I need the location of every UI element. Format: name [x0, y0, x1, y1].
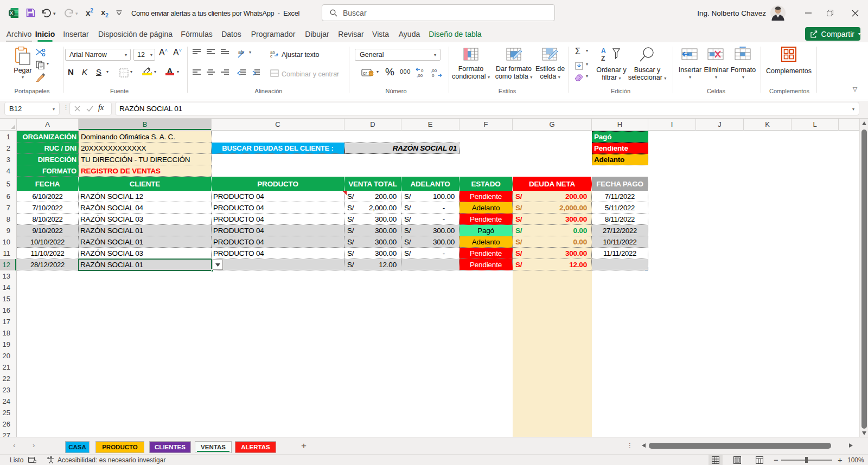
svg-text:0: 0 [421, 68, 424, 73]
svg-text:cr: cr [363, 70, 367, 76]
svg-text:X: X [10, 10, 13, 16]
svg-text:ab: ab [238, 49, 244, 55]
svg-text:,00: ,00 [431, 68, 437, 73]
svg-text:,00: ,00 [417, 73, 423, 78]
svg-text:0: 0 [432, 73, 435, 78]
svg-text:Z: Z [601, 55, 605, 62]
svg-text:c: c [270, 54, 272, 57]
svg-text:A: A [601, 47, 606, 55]
